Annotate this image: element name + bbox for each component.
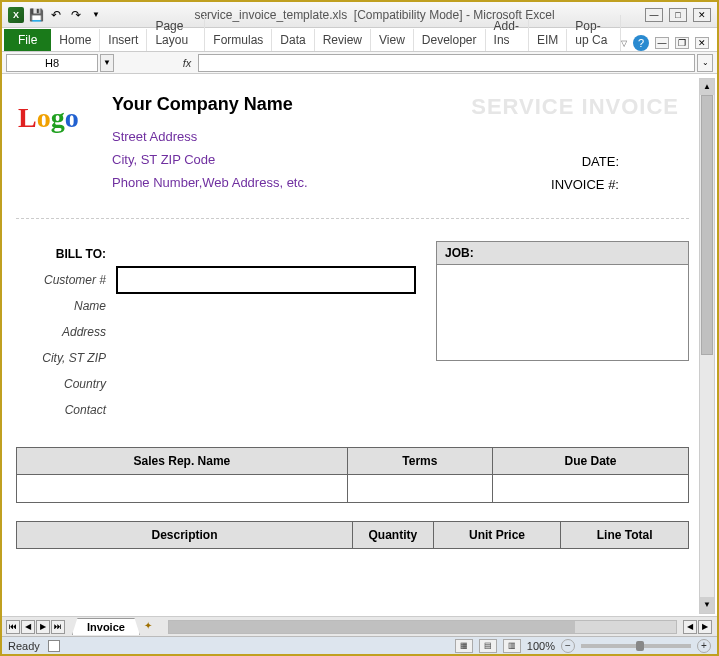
tab-home[interactable]: Home (51, 29, 100, 51)
terms-cell[interactable] (347, 475, 492, 503)
invoice-number-label: INVOICE #: (459, 177, 619, 192)
zoom-in-button[interactable]: + (697, 639, 711, 653)
date-label: DATE: (459, 154, 619, 169)
scroll-thumb[interactable] (701, 95, 713, 355)
name-box[interactable]: H8 (6, 54, 98, 72)
sheet-tab-bar: ⏮ ◀ ▶ ⏭ Invoice ✦ ◀ ▶ (2, 616, 717, 636)
normal-view-button[interactable]: ▦ (455, 639, 473, 653)
customer-number-label: Customer # (16, 273, 116, 287)
macro-record-icon[interactable] (48, 640, 60, 652)
ribbon-dropdown-icon[interactable]: ▽ (621, 39, 627, 48)
job-box[interactable]: JOB: (436, 241, 689, 361)
invoice-title: SERVICE INVOICE (459, 94, 689, 120)
tab-developer[interactable]: Developer (414, 29, 486, 51)
next-sheet-button[interactable]: ▶ (36, 620, 50, 634)
new-sheet-icon[interactable]: ✦ (144, 620, 162, 634)
help-icon[interactable]: ? (633, 35, 649, 51)
undo-icon[interactable]: ↶ (48, 7, 64, 23)
maximize-button[interactable]: □ (669, 8, 687, 22)
contact-label: Contact (16, 403, 116, 417)
status-ready: Ready (8, 640, 40, 652)
formula-bar[interactable] (198, 54, 695, 72)
close-button[interactable]: ✕ (693, 8, 711, 22)
line-items-table: Description Quantity Unit Price Line Tot… (16, 521, 689, 549)
last-sheet-button[interactable]: ⏭ (51, 620, 65, 634)
hscroll-left-icon[interactable]: ◀ (683, 620, 697, 634)
tab-formulas[interactable]: Formulas (205, 29, 272, 51)
name-label: Name (16, 299, 116, 313)
logo-image: Logo (16, 94, 106, 164)
save-icon[interactable]: 💾 (28, 7, 44, 23)
tab-eim[interactable]: EIM (529, 29, 567, 51)
description-header: Description (17, 522, 353, 549)
prev-sheet-button[interactable]: ◀ (21, 620, 35, 634)
company-street: Street Address (112, 129, 459, 144)
ribbon: File Home Insert Page Layou Formulas Dat… (2, 28, 717, 52)
redo-icon[interactable]: ↷ (68, 7, 84, 23)
mdi-close-button[interactable]: ✕ (695, 37, 709, 49)
mdi-minimize-button[interactable]: — (655, 37, 669, 49)
tab-view[interactable]: View (371, 29, 414, 51)
bill-to-label: BILL TO: (16, 247, 116, 261)
unit-price-header: Unit Price (433, 522, 561, 549)
horizontal-scrollbar[interactable] (168, 620, 677, 634)
company-contact: Phone Number,Web Address, etc. (112, 175, 459, 190)
page-layout-view-button[interactable]: ▤ (479, 639, 497, 653)
quantity-header: Quantity (353, 522, 434, 549)
tab-popup[interactable]: Pop-up Ca (567, 15, 621, 51)
address-label: Address (16, 325, 116, 339)
zoom-level[interactable]: 100% (527, 640, 555, 652)
due-date-header: Due Date (492, 448, 688, 475)
quick-access-toolbar: X 💾 ↶ ↷ ▼ (8, 7, 104, 23)
first-sheet-button[interactable]: ⏮ (6, 620, 20, 634)
customer-number-cell[interactable] (116, 266, 416, 294)
insert-function-button[interactable]: fx (178, 54, 196, 72)
vertical-scrollbar[interactable]: ▲ ▼ (699, 78, 715, 614)
formula-bar-expand-icon[interactable]: ⌄ (697, 54, 713, 72)
divider (16, 218, 689, 219)
name-box-dropdown-icon[interactable]: ▼ (100, 54, 114, 72)
tab-page-layout[interactable]: Page Layou (147, 15, 205, 51)
country-label: Country (16, 377, 116, 391)
zoom-out-button[interactable]: − (561, 639, 575, 653)
hscroll-right-icon[interactable]: ▶ (698, 620, 712, 634)
formula-bar-row: H8 ▼ fx ⌄ (2, 52, 717, 74)
tab-review[interactable]: Review (315, 29, 371, 51)
city-st-zip-label: City, ST ZIP (16, 351, 116, 365)
tab-data[interactable]: Data (272, 29, 314, 51)
scroll-down-icon[interactable]: ▼ (700, 597, 714, 613)
line-total-header: Line Total (561, 522, 689, 549)
mdi-restore-button[interactable]: ❐ (675, 37, 689, 49)
file-tab[interactable]: File (4, 29, 51, 51)
worksheet-content[interactable]: Logo Your Company Name Street Address Ci… (6, 76, 699, 616)
qat-dropdown-icon[interactable]: ▼ (88, 7, 104, 23)
tab-insert[interactable]: Insert (100, 29, 147, 51)
sheet-tab-invoice[interactable]: Invoice (72, 618, 140, 635)
zoom-slider[interactable] (581, 644, 691, 648)
terms-table: Sales Rep. Name Terms Due Date (16, 447, 689, 503)
minimize-button[interactable]: — (645, 8, 663, 22)
company-city: City, ST ZIP Code (112, 152, 459, 167)
scroll-up-icon[interactable]: ▲ (700, 79, 714, 95)
tab-addins[interactable]: Add-Ins (486, 15, 529, 51)
window-controls: — □ ✕ (645, 8, 711, 22)
due-date-cell[interactable] (492, 475, 688, 503)
sales-rep-cell[interactable] (17, 475, 348, 503)
page-break-view-button[interactable]: ▥ (503, 639, 521, 653)
worksheet-area: Logo Your Company Name Street Address Ci… (2, 76, 717, 616)
status-bar: Ready ▦ ▤ ▥ 100% − + (2, 636, 717, 654)
terms-header: Terms (347, 448, 492, 475)
excel-icon: X (8, 7, 24, 23)
sales-rep-header: Sales Rep. Name (17, 448, 348, 475)
company-name: Your Company Name (112, 94, 459, 115)
job-label: JOB: (437, 242, 688, 265)
